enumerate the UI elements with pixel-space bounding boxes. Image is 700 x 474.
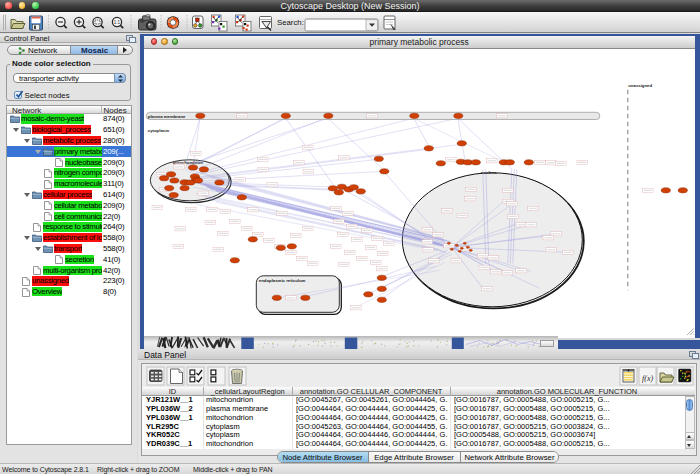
svg-text:endoplasmic reticulum: endoplasmic reticulum <box>259 277 306 282</box>
svg-text:plasma membrane: plasma membrane <box>148 114 186 119</box>
svg-text:cytoplasm: cytoplasm <box>148 127 169 132</box>
svg-text:unassigned: unassigned <box>628 83 652 88</box>
svg-text:Search:: Search: <box>277 18 304 27</box>
svg-text:1:1: 1:1 <box>114 20 121 25</box>
svg-text:nucleus: nucleus <box>481 170 498 175</box>
svg-text:f(x): f(x) <box>642 373 653 382</box>
